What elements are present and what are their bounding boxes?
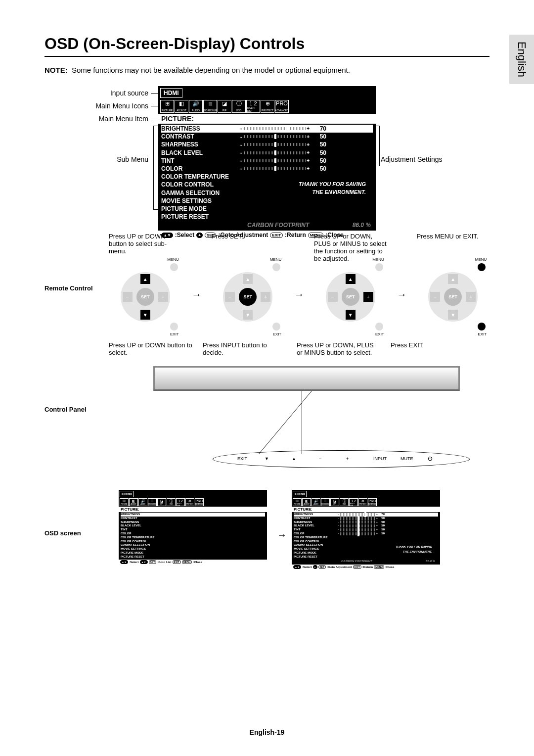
osd-item: GAMMA SELECTION	[121, 543, 265, 547]
cp-button-label: +	[346, 456, 349, 461]
exit-button	[272, 323, 280, 331]
control-panel-section: Press UP or DOWN button to select.Press …	[44, 341, 490, 480]
menu-icon-schedule: ≣SCHEDULE	[148, 498, 157, 506]
osd-section-title: PICTURE:	[158, 114, 376, 124]
remote-step: Press SET.▲▼−+SETMENUEXIT	[212, 233, 285, 327]
set-button: SET	[342, 288, 359, 306]
up-button: ▲	[140, 274, 150, 284]
menu-icon-audio: 🔊AUDIO	[138, 498, 147, 506]
cp-button-label: EXIT	[237, 456, 247, 461]
menu-icon-osd: ⓘOSD	[340, 498, 349, 506]
remote-pad: ▲▼−+SETMENUEXIT	[218, 267, 277, 327]
monitor-body-illustration	[153, 366, 460, 391]
osd-item: BRIGHTNESS	[121, 513, 265, 517]
plus-button: +	[363, 292, 373, 302]
menu-icon-protect: ⊕PROTECT	[261, 100, 274, 113]
osd-item: BRIGHTNESS-+70	[161, 125, 373, 133]
plus-button: +	[466, 292, 476, 302]
menu-icon-osd: ⓘOSD	[167, 498, 176, 506]
label-main-menu-item: Main Menu Item	[74, 115, 148, 123]
menu-button	[170, 263, 178, 271]
label-sub-menu: Sub Menu	[74, 155, 148, 163]
menu-icon-osd: ⓘOSD	[232, 100, 246, 113]
menu-icon-picture: ⊞PICTURE	[120, 498, 129, 506]
osd-item: COLOR	[121, 532, 265, 536]
menu-icon-adjust: ◧ADJUST	[129, 498, 138, 506]
down-button: ▼	[448, 310, 458, 320]
osd-item: MOVIE SETTINGS	[121, 547, 265, 551]
menu-icon-pip: ◪PIP	[218, 100, 231, 113]
menu-icon-schedule: ≣SCHEDULE	[321, 498, 330, 506]
osd-item: TINT	[121, 528, 265, 532]
menu-button	[478, 263, 486, 271]
page-title: OSD (On-Screen-Display) Controls	[44, 35, 490, 53]
osd-item: COLOR CONTROL	[294, 540, 438, 544]
osd-input-label: HDMI	[160, 88, 182, 98]
menu-icon-advanced: PROADVANCED	[195, 498, 204, 506]
osd-item: SHARPNESS	[121, 520, 265, 524]
menu-icon-picture: ⊞PICTURE	[293, 498, 302, 506]
menu-icon-advanced: PROADVANCED	[368, 498, 377, 506]
menu-icon-advanced: PROADVANCED	[275, 100, 289, 113]
menu-icon-adjust: ◧ADJUST	[302, 498, 311, 506]
remote-pad: ▲▼−+SETMENUEXIT	[423, 267, 483, 327]
osd-item: COLOR TEMPERATURE	[121, 536, 265, 540]
plus-button: +	[158, 292, 168, 302]
osd-item: COLOR TEMPERATURE	[161, 173, 373, 181]
osd-small-right: HDMI⊞PICTURE◧ADJUST🔊AUDIO≣SCHEDULE◪PIPⓘO…	[292, 490, 440, 569]
divider	[44, 56, 490, 57]
osd-item: TINT-+50	[294, 528, 438, 532]
osd-item: COLOR-+50	[294, 532, 438, 536]
remote-step: Press MENU or EXIT.▲▼−+SETMENUEXIT	[417, 233, 490, 327]
arrow-icon: →	[294, 289, 304, 300]
osd-item: PICTURE RESET	[121, 555, 265, 559]
osd-item: BLACK LEVEL-+50	[294, 524, 438, 528]
carbon-footprint-row: CARBON FOOTPRINT86.0 %	[158, 222, 376, 231]
osd-item: PICTURE MODE	[121, 551, 265, 555]
menu-icon-adjust: ◧ADJUST	[175, 100, 188, 113]
cp-button-label: −	[319, 456, 321, 461]
menu-icon-protect: ⊕PROTECT	[358, 498, 367, 506]
osd-item: BLACK LEVEL-+50	[161, 149, 373, 157]
osd-item: COLOR-+50	[161, 165, 373, 173]
arrow-icon: →	[397, 289, 407, 300]
menu-icon-audio: 🔊AUDIO	[312, 498, 320, 506]
osd-item: PICTURE RESET	[294, 555, 438, 559]
menu-icon-pip: ◪PIP	[330, 498, 339, 506]
minus-button: −	[328, 292, 338, 302]
cp-button-label: ▲	[292, 456, 296, 461]
menu-icon-protect: ⊕PROTECT	[185, 498, 194, 506]
osd-item: MOVIE SETTINGS	[161, 197, 373, 205]
cp-button-label: INPUT	[373, 456, 387, 461]
label-adjustment-settings: Adjustment Settings	[381, 155, 443, 163]
label-remote-control: Remote Control	[44, 284, 93, 292]
remote-pad: ▲▼−+SETMENUEXIT	[116, 267, 175, 327]
remote-pad: ▲▼−+SETMENUEXIT	[321, 267, 380, 327]
remote-control-section: Remote Control Press UP or DOWN button t…	[44, 233, 490, 327]
osd-item: CONTRAST-+50	[294, 517, 438, 520]
down-button: ▼	[243, 310, 253, 320]
menu-button	[272, 263, 280, 271]
minus-button: −	[430, 292, 440, 302]
osd-small-left: HDMI⊞PICTURE◧ADJUST🔊AUDIO≣SCHEDULE◪PIPⓘO…	[119, 490, 267, 565]
remote-step: Press UP or DOWN, PLUS or MINUS to selec…	[314, 233, 387, 327]
minus-button: −	[123, 292, 133, 302]
menu-icon-schedule: ≣SCHEDULE	[203, 100, 217, 113]
osd-item: BRIGHTNESS-+70	[294, 513, 438, 517]
osd-item: CONTRAST-+50	[161, 133, 373, 141]
osd-item: COLOR CONTROL	[121, 540, 265, 544]
osd-item: COLOR TEMPERATURE	[294, 536, 438, 540]
page-number: English-19	[0, 728, 534, 736]
down-button: ▼	[346, 310, 356, 320]
osd-item: BLACK LEVEL	[121, 524, 265, 528]
note-line: NOTE: Some functions may not be availabl…	[44, 66, 490, 74]
minus-button: −	[225, 292, 235, 302]
cp-button-label: ⏻	[428, 456, 432, 461]
up-button: ▲	[243, 274, 253, 284]
label-main-menu-icons: Main Menu Icons	[74, 102, 148, 110]
osd-item: PICTURE RESET	[161, 213, 373, 221]
osd-submenu: BRIGHTNESS-+70CONTRAST-+50SHARPNESS-+50B…	[158, 124, 376, 222]
remote-step: Press UP or DOWN button to select sub-me…	[109, 233, 182, 327]
menu-button	[375, 263, 383, 271]
osd-item: SHARPNESS-+50	[161, 141, 373, 148]
